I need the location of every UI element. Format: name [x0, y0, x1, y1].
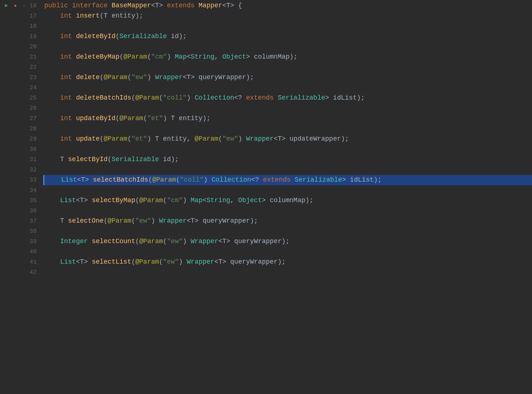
token-plain — [44, 93, 60, 103]
line-number-22: 22 — [0, 62, 37, 73]
code-line-40 — [44, 247, 532, 257]
token-annotation: @Param — [135, 257, 159, 267]
code-line-32 — [44, 165, 532, 175]
code-line-38 — [44, 226, 532, 237]
token-method-name: selectById — [68, 155, 108, 165]
line-number-37: 37 — [0, 216, 37, 226]
token-string-val: "ew" — [222, 134, 238, 144]
line-num-text: 29 — [30, 135, 37, 144]
line-num-text: 27 — [30, 114, 37, 123]
token-class-name: BaseMapper — [112, 1, 151, 11]
token-plain: id); — [167, 31, 187, 42]
code-line-17: int insert(T entity); — [44, 11, 532, 21]
token-string-val: "cm" — [151, 52, 167, 62]
line-num-text: 21 — [30, 53, 37, 62]
token-plain: (T entity); — [100, 11, 143, 21]
token-integer-type: Integer — [60, 237, 88, 247]
token-plain: ( — [100, 73, 104, 83]
token-method-name: selectCount — [92, 237, 135, 247]
token-type-name: Serializable — [112, 155, 159, 165]
token-plain: <? — [251, 175, 263, 185]
line-num-text: 24 — [30, 83, 37, 93]
token-string-val: "ew" — [163, 257, 179, 267]
token-kw-interface: interface — [72, 1, 112, 11]
line-number-39: 39 — [0, 237, 37, 247]
line-num-text: 35 — [30, 196, 37, 205]
token-plain — [44, 11, 60, 21]
token-kw-int: int — [60, 134, 76, 144]
arrow-down-icon[interactable]: ↓ — [21, 3, 27, 9]
line-num-text: 18 — [30, 22, 37, 31]
token-plain: ( — [135, 196, 139, 206]
code-content: public interface BaseMapper<T> extends M… — [40, 0, 532, 394]
token-type-name: Collection — [195, 93, 234, 103]
debug-icon[interactable]: ● — [12, 3, 19, 9]
token-string-val: "et" — [147, 114, 163, 124]
token-string-val: "ew" — [135, 216, 151, 226]
line-num-text: 39 — [30, 237, 37, 246]
token-plain: ( — [143, 114, 147, 124]
line-num-text: 22 — [30, 63, 37, 72]
line-number-23: 23 — [0, 73, 37, 83]
line-num-text: 42 — [30, 268, 37, 277]
token-plain: ) T entity, — [147, 134, 195, 144]
line-num-text: 23 — [30, 73, 37, 82]
line-number-29: 29 — [0, 134, 37, 144]
run-icon[interactable]: ▶ — [3, 3, 10, 9]
line-num-text: 32 — [30, 166, 37, 175]
token-plain: <T> updateWrapper); — [274, 134, 349, 144]
code-line-21: int deleteByMap(@Param("cm") Map<String,… — [44, 52, 532, 62]
token-method-name: selectByMap — [92, 196, 135, 206]
token-plain — [44, 52, 60, 62]
code-line-36 — [44, 206, 532, 216]
token-string-val: "coll" — [180, 175, 204, 185]
line-number-21: 21 — [0, 52, 37, 62]
code-line-42 — [44, 267, 532, 278]
token-plain: <? — [234, 93, 246, 103]
token-kw-extends: extends — [167, 1, 198, 11]
token-kw-extends: extends — [246, 93, 278, 103]
token-plain: ( — [115, 114, 119, 124]
line-number-27: 27 — [0, 114, 37, 124]
token-type-name: String — [207, 196, 230, 206]
line-number-38: 38 — [0, 226, 37, 237]
token-kw-int: int — [60, 11, 76, 21]
token-annotation: @Param — [104, 134, 127, 144]
token-plain: T — [44, 155, 68, 165]
line-number-41: 41 — [0, 257, 37, 267]
token-plain: ( — [176, 175, 180, 185]
token-annotation: @Param — [119, 114, 143, 124]
token-plain: ( — [148, 175, 152, 185]
token-string-val: "et" — [131, 134, 147, 144]
token-plain: ) — [183, 196, 191, 206]
token-plain: < — [202, 196, 207, 206]
line-number-31: 31 — [0, 155, 37, 165]
code-line-29: int update(@Param("et") T entity, @Param… — [44, 134, 532, 144]
token-plain: ( — [163, 237, 167, 247]
token-method-name: selectOne — [68, 216, 104, 226]
token-plain: ) — [238, 134, 246, 144]
token-plain — [44, 31, 60, 42]
line-num-text: 31 — [30, 155, 37, 164]
token-plain: ) T entity); — [163, 114, 211, 124]
token-annotation: @Param — [139, 196, 163, 206]
token-plain — [44, 196, 60, 206]
token-class-name: Mapper — [198, 1, 222, 11]
token-type-name: Object — [238, 196, 262, 206]
line-num-text: 38 — [30, 227, 37, 236]
token-plain: ( — [127, 73, 131, 83]
token-kw-int: int — [60, 93, 76, 103]
token-plain: ( — [115, 31, 119, 42]
token-kw-extends: extends — [263, 175, 294, 185]
token-plain — [44, 73, 60, 83]
token-plain: ) — [183, 237, 191, 247]
code-line-26 — [44, 103, 532, 114]
token-method-name: selectBatchIds — [93, 175, 148, 185]
token-kw-int: int — [60, 73, 76, 83]
line-num-text: 20 — [30, 42, 37, 52]
token-string-val: "ew" — [131, 73, 147, 83]
token-plain: ( — [159, 257, 163, 267]
line-num-text: 33 — [30, 176, 37, 185]
token-type-name: Wrapper — [155, 73, 183, 83]
token-plain — [44, 134, 60, 144]
